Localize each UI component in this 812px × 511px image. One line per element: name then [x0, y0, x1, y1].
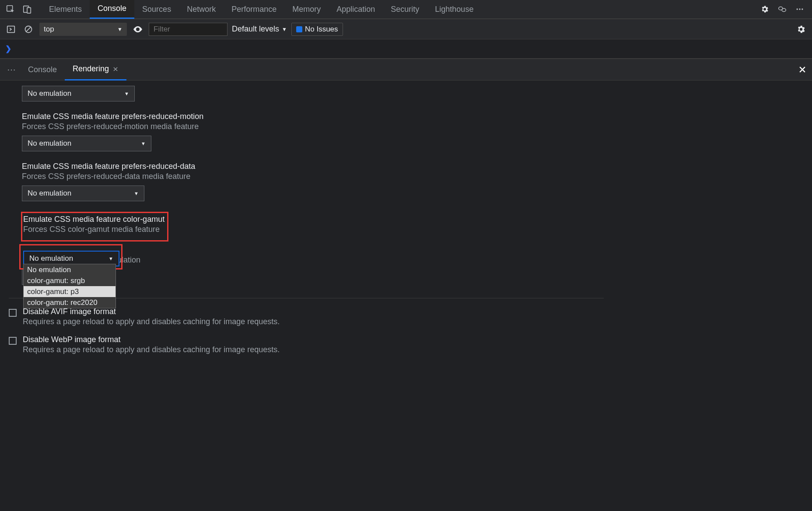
- disable-avif-checkbox[interactable]: [9, 309, 17, 317]
- color-gamut-dropdown: No emulation color-gamut: srgb color-gam…: [23, 264, 116, 308]
- rendering-panel: No emulation ▼ Emulate CSS media feature…: [0, 80, 812, 511]
- console-toolbar: top ▼ Default levels ▼ No Issues: [0, 19, 812, 39]
- color-gamut-option[interactable]: color-gamut: p3: [24, 286, 116, 297]
- check-subtitle: Requires a page reload to apply and disa…: [23, 317, 280, 326]
- group-title: Emulate CSS media feature prefers-reduce…: [22, 162, 595, 171]
- svg-point-11: [137, 28, 139, 30]
- execution-context-select[interactable]: top ▼: [39, 23, 127, 36]
- tab-application[interactable]: Application: [329, 0, 383, 19]
- highlight-box: No emulation ▼ No emulation color-gamut:…: [19, 244, 122, 270]
- drawer-tab-console[interactable]: Console: [20, 59, 65, 80]
- issues-bubble-icon: [296, 26, 302, 32]
- chevron-down-icon: ▼: [108, 256, 113, 261]
- tab-security[interactable]: Security: [383, 0, 427, 19]
- svg-line-10: [26, 27, 31, 32]
- live-expression-eye-icon[interactable]: [131, 23, 144, 36]
- tab-network[interactable]: Network: [179, 0, 224, 19]
- chevron-down-icon: ▼: [124, 91, 129, 96]
- group-subtitle: Forces CSS prefers-reduced-data media fe…: [22, 172, 595, 181]
- color-gamut-option[interactable]: color-gamut: srgb: [24, 275, 116, 286]
- group-subtitle: Forces CSS color-gamut media feature: [23, 225, 164, 234]
- chevron-down-icon: ▼: [141, 141, 146, 146]
- tab-performance[interactable]: Performance: [224, 0, 284, 19]
- disable-avif-row: Disable AVIF image format Requires a pag…: [9, 307, 595, 326]
- drawer-tabbar: ⋯ Console Rendering: [0, 59, 812, 80]
- svg-point-4: [782, 8, 786, 11]
- tab-sources[interactable]: Sources: [134, 0, 179, 19]
- issues-button[interactable]: No Issues: [291, 23, 343, 36]
- drawer-tab-label: Rendering: [73, 64, 109, 74]
- disable-webp-checkbox[interactable]: [9, 337, 17, 345]
- chevron-down-icon: ▼: [134, 191, 139, 196]
- settings-gear-icon[interactable]: [758, 2, 772, 16]
- tab-console[interactable]: Console: [90, 0, 134, 19]
- svg-rect-2: [27, 7, 31, 13]
- drawer-tab-label: Console: [28, 65, 57, 74]
- group-subtitle: Forces CSS prefers-reduced-motion media …: [22, 122, 595, 131]
- orphan-select-group: No emulation ▼: [22, 86, 595, 102]
- check-subtitle: Requires a page reload to apply and disa…: [23, 345, 280, 354]
- drawer-more-icon[interactable]: ⋯: [4, 64, 20, 75]
- issues-label: No Issues: [305, 25, 338, 34]
- svg-point-5: [797, 8, 798, 10]
- tab-memory[interactable]: Memory: [284, 0, 329, 19]
- highlight-box: Emulate CSS media feature color-gamut Fo…: [21, 212, 168, 242]
- disable-webp-row: Disable WebP image format Requires a pag…: [9, 335, 595, 354]
- select-value: No emulation: [28, 189, 71, 198]
- more-tools-icon[interactable]: [775, 2, 789, 16]
- device-toggle-icon[interactable]: [20, 2, 34, 16]
- emulation-select[interactable]: No emulation ▼: [22, 86, 135, 102]
- console-settings-gear-icon[interactable]: [794, 23, 808, 36]
- select-value: No emulation: [28, 139, 71, 148]
- prefers-reduced-data-select[interactable]: No emulation ▼: [22, 186, 144, 201]
- select-value: No emulation: [29, 254, 73, 263]
- svg-point-7: [802, 8, 803, 10]
- check-title: Disable WebP image format: [23, 335, 280, 344]
- prefers-reduced-data-group: Emulate CSS media feature prefers-reduce…: [22, 162, 595, 201]
- close-tab-icon[interactable]: [112, 66, 119, 72]
- devtools-top-tabs: Elements Console Sources Network Perform…: [0, 0, 812, 19]
- console-filter-input[interactable]: [149, 23, 228, 36]
- more-menu-icon[interactable]: [793, 2, 807, 16]
- select-value: No emulation: [28, 89, 71, 98]
- close-drawer-icon[interactable]: [798, 65, 807, 74]
- prompt-chevron-icon: ❯: [5, 44, 11, 53]
- toggle-sidebar-icon[interactable]: [4, 23, 18, 36]
- color-gamut-option[interactable]: color-gamut: rec2020: [24, 297, 116, 308]
- inspect-element-icon[interactable]: [4, 2, 18, 16]
- chevron-down-icon: ▼: [282, 26, 287, 32]
- group-title: Emulate CSS media feature color-gamut: [23, 215, 164, 224]
- color-gamut-group: Emulate CSS media feature color-gamut Fo…: [22, 212, 595, 285]
- log-levels-select[interactable]: Default levels ▼: [232, 24, 287, 34]
- chevron-down-icon: ▼: [117, 26, 122, 32]
- tab-lighthouse[interactable]: Lighthouse: [427, 0, 481, 19]
- group-title: Emulate CSS media feature prefers-reduce…: [22, 112, 595, 121]
- console-prompt[interactable]: ❯: [0, 39, 812, 59]
- prefers-reduced-motion-select[interactable]: No emulation ▼: [22, 136, 151, 151]
- tab-elements[interactable]: Elements: [41, 0, 90, 19]
- prefers-reduced-motion-group: Emulate CSS media feature prefers-reduce…: [22, 112, 595, 151]
- svg-point-6: [799, 8, 800, 10]
- clear-console-icon[interactable]: [22, 23, 35, 36]
- color-gamut-option[interactable]: No emulation: [24, 264, 116, 275]
- context-label: top: [44, 25, 54, 34]
- check-title: Disable AVIF image format: [23, 307, 280, 316]
- levels-label: Default levels: [232, 24, 279, 34]
- drawer-tab-rendering[interactable]: Rendering: [65, 59, 126, 80]
